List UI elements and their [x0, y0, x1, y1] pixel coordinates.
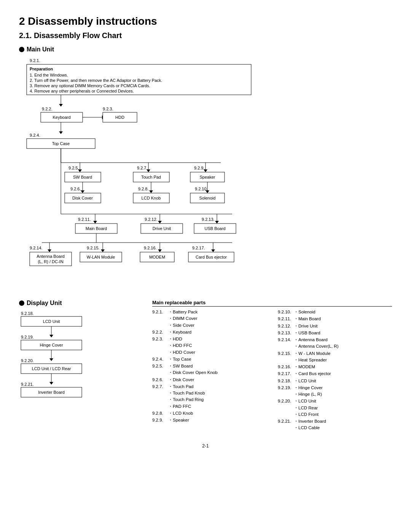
usb-board-box: USB Board: [204, 226, 225, 231]
part-item: ・Solenoid: [294, 309, 392, 315]
antenna-board-box2: (L, R) / DC-IN: [38, 259, 63, 264]
svg-marker-57: [49, 335, 53, 337]
part-section-num: 9.2.7.: [152, 383, 168, 410]
part-items: ・Disk Cover: [168, 377, 266, 383]
part-item: ・Heat Spreader: [294, 357, 392, 363]
drive-unit-box: Drive Unit: [153, 226, 171, 231]
keyboard-box: Keyboard: [53, 115, 70, 120]
section-9-2-20-label: 9.2.20.: [21, 358, 34, 363]
prep-step4: 4. Remove any other peripherals or Conne…: [30, 89, 134, 93]
prep-title: Preparation: [30, 67, 53, 71]
section-9-2-21-label: 9.2.21.: [21, 382, 34, 387]
part-item: ・W - LAN Module: [294, 350, 392, 357]
part-section-num: 9.2.6.: [152, 377, 168, 383]
part-item: ・PAD FFC: [168, 403, 266, 410]
list-item: 9.2.21.・Inverter Board・LCD Cable: [278, 418, 392, 431]
list-item: 9.2.4.・Top Case: [152, 356, 266, 363]
section-9-2-17-label: 9.2.17.: [192, 246, 205, 250]
part-item: ・HDD Cover: [168, 349, 266, 356]
list-item: 9.2.12.・Drive Unit: [278, 323, 392, 329]
wlan-box: W-LAN Module: [87, 255, 115, 259]
list-item: 9.2.17.・Card Bus ejector: [278, 371, 392, 377]
part-section-num: 9.2.3.: [152, 336, 168, 356]
part-item: ・Speaker: [168, 417, 266, 423]
list-item: 9.2.7.・Touch Pad・Touch Pad Knob・Touch Pa…: [152, 383, 266, 410]
list-item: 9.2.15.・W - LAN Module・Heat Spreader: [278, 350, 392, 364]
part-item: ・Touch Pad Knob: [168, 390, 266, 396]
card-bus-box: Card Bus ejector: [196, 255, 227, 259]
list-item: 9.2.14.・Antenna Board・Antenna Cover(L, R…: [278, 337, 392, 350]
svg-marker-8: [59, 131, 63, 134]
touch-pad-box: Touch Pad: [141, 175, 161, 179]
section-9-2-8-label: 9.2.8.: [138, 187, 149, 191]
part-section-num: 9.2.1.: [152, 309, 168, 329]
list-item: 9.2.13.・USB Board: [278, 330, 392, 336]
part-item: ・HDD: [168, 336, 266, 342]
part-section-num: 9.2.17.: [278, 371, 294, 377]
svg-marker-22: [149, 190, 153, 193]
prep-step1: 1. End the Windows.: [30, 73, 68, 77]
list-item: 9.2.19.・Hinge Cover・Hinge (L, R): [278, 385, 392, 398]
main-board-box: Main Board: [86, 226, 107, 231]
section-9-2-16-label: 9.2.16.: [144, 246, 157, 250]
part-item: ・LCD Front: [294, 411, 392, 418]
svg-marker-63: [49, 382, 53, 385]
svg-marker-44: [48, 249, 51, 252]
part-item: ・USB Board: [294, 330, 392, 336]
part-section-num: 9.2.20.: [278, 398, 294, 418]
section-9-2-5-label: 9.2.5.: [68, 166, 79, 170]
part-section-num: 9.2.9.: [152, 417, 168, 423]
hdd-box: HDD: [115, 115, 124, 120]
prep-step3: 3. Remove any optional DIMM Memory Cards…: [30, 83, 150, 88]
page-number: 2-1: [19, 443, 392, 449]
part-section-num: 9.2.15.: [278, 350, 294, 364]
section-9-2-6-label: 9.2.6.: [70, 187, 81, 191]
part-item: ・Disk Cover Open Knob: [168, 369, 266, 376]
section-9-2-10-label: 9.2.10.: [195, 187, 208, 191]
part-items: ・Drive Unit: [294, 323, 392, 329]
part-items: ・Hinge Cover・Hinge (L, R): [294, 385, 392, 398]
section-9-2-18-label: 9.2.18.: [21, 311, 34, 316]
part-item: ・LCD Unit: [294, 398, 392, 404]
section-9-2-14-label: 9.2.14.: [30, 246, 43, 250]
part-items: ・Battery Pack・DIMM Cover・Side Cover: [168, 309, 266, 329]
section-9-2-1-label: 9.2.1.: [30, 58, 40, 63]
part-items: ・W - LAN Module・Heat Spreader: [294, 350, 392, 364]
parts-col-1: 9.2.1.・Battery Pack・DIMM Cover・Side Cove…: [152, 309, 266, 432]
part-item: ・Antenna Cover(L, R): [294, 343, 392, 350]
section-9-2-19-label: 9.2.19.: [21, 335, 34, 339]
part-items: ・HDD・HDD FFC・HDD Cover: [168, 336, 266, 356]
part-section-num: 9.2.12.: [278, 323, 294, 329]
list-item: 9.2.1.・Battery Pack・DIMM Cover・Side Cove…: [152, 309, 266, 329]
section-subtitle: 2.1. Disassembly Flow Chart: [19, 31, 392, 40]
part-items: ・MODEM: [294, 364, 392, 370]
part-items: ・LCD Knob: [168, 410, 266, 417]
prep-step2: 2. Turn off the Power, and then remove t…: [30, 78, 162, 83]
display-bullet-icon: [19, 300, 24, 306]
part-section-num: 9.2.21.: [278, 418, 294, 431]
svg-marker-50: [158, 249, 162, 252]
list-item: 9.2.16.・MODEM: [278, 364, 392, 370]
part-items: ・LCD Unit: [294, 378, 392, 384]
section-9-2-2-label: 9.2.2.: [42, 107, 53, 111]
part-items: ・Inverter Board・LCD Cable: [294, 418, 392, 431]
part-items: ・Card Bus ejector: [294, 371, 392, 377]
list-item: 9.2.10.・Solenoid: [278, 309, 392, 315]
part-section-num: 9.2.16.: [278, 364, 294, 370]
list-item: 9.2.8.・LCD Knob: [152, 410, 266, 417]
part-items: ・LCD Unit・LCD Rear・LCD Front: [294, 398, 392, 418]
part-section-num: 9.2.14.: [278, 337, 294, 350]
parts-columns: 9.2.1.・Battery Pack・DIMM Cover・Side Cove…: [152, 309, 392, 432]
flow-chart-area: 9.2.1. Preparation 1. End the Windows. 2…: [19, 56, 392, 292]
part-item: ・MODEM: [294, 364, 392, 370]
lcd-unit-box: LCD Unit: [43, 319, 60, 324]
part-item: ・LCD Knob: [168, 410, 266, 417]
part-item: ・HDD FFC: [168, 342, 266, 349]
part-item: ・Battery Pack: [168, 309, 266, 315]
part-section-num: 9.2.8.: [152, 410, 168, 417]
svg-marker-39: [215, 221, 219, 224]
display-flow-svg: 9.2.18. LCD Unit 9.2.19. Hinge Cover 9.2…: [19, 310, 133, 424]
svg-marker-47: [101, 249, 105, 252]
list-item: 9.2.11.・Main Board: [278, 316, 392, 322]
svg-marker-2: [59, 104, 63, 107]
